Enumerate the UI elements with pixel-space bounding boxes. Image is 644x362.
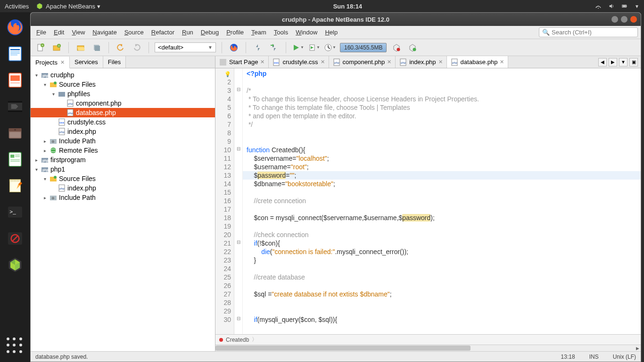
dock-terminal[interactable]: >_ (4, 201, 26, 223)
window-maximize[interactable] (621, 16, 627, 23)
gc-button-2[interactable] (406, 41, 419, 54)
editor-tab[interactable]: phpdatabase.php✕ (447, 56, 509, 68)
breadcrumb-bar[interactable]: Createdb 〉 (215, 334, 641, 345)
dock-files[interactable] (4, 122, 26, 144)
menu-file[interactable]: File (33, 27, 49, 37)
dock-impress[interactable] (4, 69, 26, 91)
expand-toggle[interactable]: ▸ (33, 157, 39, 163)
tab-list[interactable]: ▼ (619, 58, 627, 66)
expand-toggle[interactable]: ▸ (42, 139, 48, 144)
dock-netbeans[interactable] (4, 254, 26, 276)
menu-edit[interactable]: Edit (51, 27, 67, 37)
fold-column[interactable]: ⊟⊟⊟⊟ (234, 68, 243, 334)
tree-node[interactable]: phpdatabase.php (31, 108, 215, 117)
tree-node[interactable]: ▾phpfiles (31, 89, 215, 99)
expand-toggle[interactable]: ▾ (42, 176, 48, 181)
menu-window[interactable]: Window (293, 27, 320, 37)
undo-button[interactable] (115, 41, 127, 54)
tree-node[interactable]: ▾Source Files (31, 80, 215, 89)
panel-tab-files[interactable]: Files (103, 56, 126, 68)
tree-node[interactable]: ▾Source Files (31, 174, 215, 183)
system-menu-chevron[interactable]: ▼ (635, 4, 639, 9)
window-minimize[interactable] (611, 16, 618, 23)
tree-node[interactable]: ▸phpfirstprogram (31, 155, 215, 165)
menu-help[interactable]: Help (322, 27, 340, 37)
redo-button[interactable] (131, 41, 143, 54)
dock-firefox[interactable] (4, 16, 26, 39)
editor-tab[interactable]: Start Page✕ (215, 56, 269, 68)
volume-icon[interactable] (608, 3, 615, 9)
menu-debug[interactable]: Debug (198, 27, 222, 37)
close-icon[interactable]: ✕ (500, 59, 504, 65)
tree-node[interactable]: phpcomponent.php (31, 99, 215, 108)
window-close[interactable] (630, 16, 637, 23)
close-icon[interactable]: ✕ (60, 59, 65, 66)
panel-tab-projects[interactable]: Projects✕ (31, 57, 70, 68)
editor-tab[interactable]: phpcomponent.php✕ (329, 56, 396, 68)
close-icon[interactable]: ✕ (438, 59, 443, 65)
editor-tab[interactable]: phpindex.php✕ (396, 56, 446, 68)
new-file-button[interactable]: + (34, 41, 47, 54)
scrollbar-thumb[interactable] (215, 346, 471, 351)
save-all-button[interactable] (91, 41, 103, 54)
project-tree[interactable]: ▾phpcrudphp▾Source Files▾phpfilesphpcomp… (31, 68, 215, 351)
activities-button[interactable]: Activities (5, 3, 29, 10)
new-project-button[interactable]: + (50, 41, 63, 54)
open-button[interactable] (74, 41, 87, 54)
app-menu[interactable]: Apache NetBeans ▾ (36, 3, 100, 10)
battery-icon[interactable] (621, 3, 628, 9)
clean-build-button[interactable] (268, 41, 280, 54)
dock-blocked[interactable] (4, 227, 26, 250)
tab-nav-prev[interactable]: ◀ (598, 58, 607, 66)
profile-button[interactable]: ▼ (324, 41, 336, 54)
debug-button[interactable]: ▼ (308, 41, 320, 54)
tab-maximize[interactable]: ▣ (629, 58, 638, 66)
expand-toggle[interactable]: ▾ (33, 167, 39, 172)
tab-nav-next[interactable]: ▶ (609, 58, 617, 66)
clock[interactable]: Sun 18:14 (100, 3, 595, 10)
menu-run[interactable]: Run (179, 27, 196, 37)
expand-toggle[interactable]: ▾ (50, 91, 56, 97)
close-icon[interactable]: ✕ (387, 59, 391, 65)
config-selector[interactable]: <default>▼ (155, 42, 216, 52)
tree-node[interactable]: ▸⊕Include Path (31, 193, 215, 202)
tree-node[interactable]: ▾phpphp1 (31, 165, 215, 174)
line-ending[interactable]: Unix (LF) (613, 354, 636, 360)
menu-view[interactable]: View (69, 27, 88, 37)
menu-refactor[interactable]: Refactor (149, 27, 177, 37)
tree-node[interactable]: ▸⊕Include Path (31, 136, 215, 146)
dock-calc[interactable] (4, 148, 26, 171)
tree-node[interactable]: ▸Remote Files (31, 146, 215, 155)
menu-team[interactable]: Team (248, 27, 269, 37)
menu-source[interactable]: Source (122, 27, 147, 37)
search-box[interactable]: 🔍 (539, 27, 638, 37)
network-icon[interactable] (595, 3, 602, 9)
expand-toggle[interactable]: ▾ (42, 82, 48, 87)
search-input[interactable] (552, 29, 635, 36)
dock-video[interactable] (4, 95, 26, 118)
expand-toggle[interactable]: ▸ (42, 195, 48, 200)
scroll-right[interactable]: ▶ (634, 345, 641, 351)
insert-mode[interactable]: INS (589, 354, 599, 360)
expand-toggle[interactable]: ▾ (33, 73, 39, 78)
tree-node[interactable]: csscrudstyle.css (31, 117, 215, 127)
browser-button[interactable] (228, 41, 240, 54)
expand-toggle[interactable]: ▸ (42, 148, 48, 153)
build-button[interactable] (252, 41, 264, 54)
panel-tab-services[interactable]: Services (70, 56, 103, 68)
tree-node[interactable]: phpindex.php (31, 127, 215, 136)
tree-node[interactable]: phpindex.php (31, 183, 215, 193)
horizontal-scrollbar[interactable]: ▶ (215, 345, 641, 351)
code-area[interactable]: <?php/* * To change this license header,… (243, 68, 641, 334)
dock-text-editor[interactable] (4, 174, 26, 197)
heap-indicator[interactable]: 160.3/455.5MB (340, 43, 387, 52)
close-icon[interactable]: ✕ (321, 59, 325, 65)
breadcrumb-item[interactable]: Createdb (226, 337, 249, 343)
menu-profile[interactable]: Profile (223, 27, 247, 37)
gc-button-1[interactable] (390, 41, 403, 54)
window-titlebar[interactable]: crudphp - Apache NetBeans IDE 12.0 (31, 13, 641, 26)
run-button[interactable]: ▼ (292, 41, 304, 54)
dock-apps-grid[interactable] (7, 337, 24, 354)
menu-tools[interactable]: Tools (271, 27, 291, 37)
menu-navigate[interactable]: Navigate (90, 27, 119, 37)
